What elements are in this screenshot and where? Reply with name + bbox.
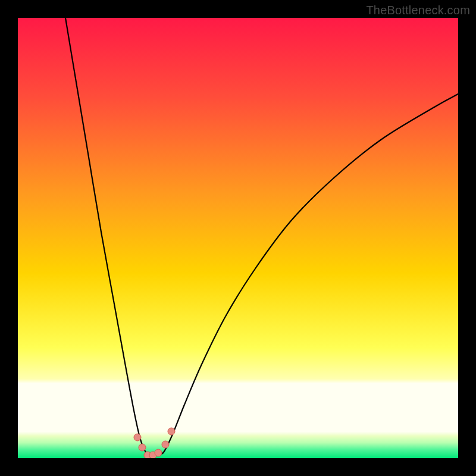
plot-frame xyxy=(18,18,458,458)
gradient-background xyxy=(18,18,458,458)
bottleneck-chart xyxy=(18,18,458,458)
valley-marker xyxy=(162,441,169,448)
watermark-text: TheBottleneck.com xyxy=(366,4,470,17)
valley-marker xyxy=(139,444,146,451)
valley-marker xyxy=(168,428,175,435)
valley-marker xyxy=(155,449,162,456)
valley-marker xyxy=(134,434,141,441)
